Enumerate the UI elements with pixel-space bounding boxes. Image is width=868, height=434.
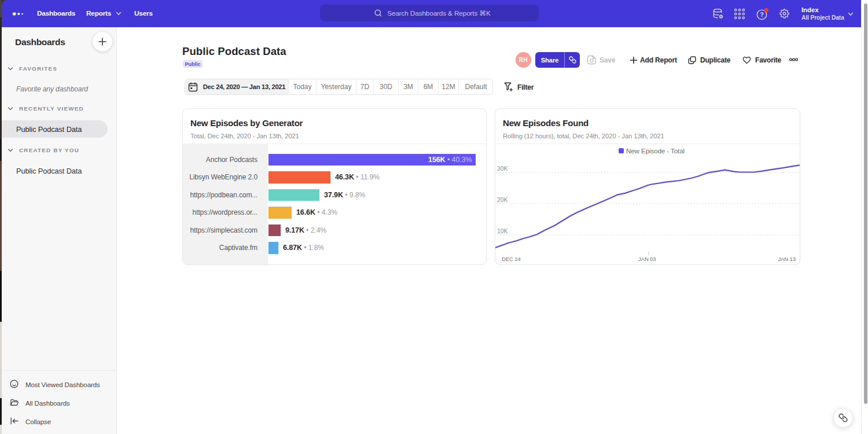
svg-text:?: ? (760, 11, 764, 18)
